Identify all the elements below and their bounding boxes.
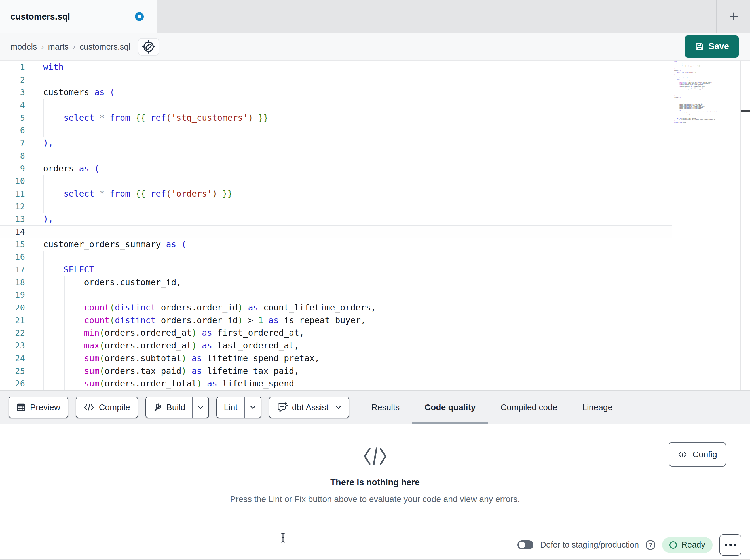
lint-button[interactable]: Lint bbox=[217, 397, 244, 417]
build-dropdown-button[interactable] bbox=[192, 397, 209, 417]
code-line[interactable]: 10 bbox=[0, 175, 672, 188]
compile-button[interactable]: Compile bbox=[76, 397, 138, 418]
breadcrumb-bar: models › marts › customers.sql bbox=[0, 33, 750, 61]
lint-split-button: Lint bbox=[216, 397, 261, 418]
code-line[interactable]: 15customer_orders_summary as ( bbox=[0, 238, 672, 251]
line-number[interactable]: 17 bbox=[0, 264, 25, 276]
code-line[interactable]: 17 SELECT bbox=[0, 264, 672, 276]
line-number[interactable]: 9 bbox=[0, 162, 25, 175]
dbt-assist-button[interactable]: dbt Assist bbox=[269, 397, 349, 418]
code-line[interactable]: 25 sum(orders.tax_paid) as lifetime_tax_… bbox=[0, 365, 672, 378]
indent-guide bbox=[43, 377, 44, 390]
tab-compiled-code[interactable]: Compiled code bbox=[500, 390, 557, 424]
save-floppy-icon bbox=[694, 42, 704, 51]
line-number[interactable]: 10 bbox=[0, 175, 25, 188]
line-number[interactable]: 5 bbox=[0, 111, 25, 124]
code-line[interactable]: 16 bbox=[0, 251, 672, 264]
line-number[interactable]: 6 bbox=[0, 124, 25, 137]
line-number[interactable]: 13 bbox=[0, 213, 25, 226]
tab-code-quality[interactable]: Code quality bbox=[425, 390, 475, 424]
code-line[interactable]: 26 sum(orders.order_total) as lifetime_s… bbox=[0, 377, 672, 390]
line-number[interactable]: 11 bbox=[0, 188, 25, 200]
breadcrumb-marts[interactable]: marts bbox=[48, 42, 69, 51]
line-number[interactable]: 16 bbox=[0, 251, 25, 264]
code-line[interactable]: 18 orders.customer_id, bbox=[0, 276, 672, 289]
line-number[interactable]: 23 bbox=[0, 339, 25, 352]
empty-state-code-icon bbox=[0, 446, 750, 466]
code-line[interactable]: 22 min(orders.ordered_at) as first_order… bbox=[0, 327, 672, 339]
line-number[interactable]: 14 bbox=[0, 226, 25, 238]
line-number[interactable]: 20 bbox=[0, 302, 25, 314]
code-line[interactable]: 12 bbox=[0, 200, 672, 213]
action-toolbar: Preview Compile bbox=[0, 390, 750, 424]
indent-guide bbox=[64, 339, 65, 352]
indent-guide bbox=[43, 314, 44, 327]
code-line[interactable]: 1with bbox=[0, 61, 672, 74]
tab-results[interactable]: Results bbox=[371, 390, 399, 424]
indent-guide bbox=[64, 314, 65, 327]
line-number[interactable]: 18 bbox=[0, 276, 25, 289]
code-line[interactable]: 9orders as ( bbox=[0, 162, 672, 175]
indent-guide bbox=[43, 264, 44, 276]
status-badge[interactable]: Ready bbox=[662, 537, 713, 553]
lint-dropdown-button[interactable] bbox=[244, 397, 261, 417]
defer-toggle[interactable] bbox=[517, 540, 533, 549]
more-options-button[interactable] bbox=[719, 534, 742, 556]
code-line[interactable]: 11 select * from {{ ref('orders') }} bbox=[0, 188, 672, 200]
line-number[interactable]: 7 bbox=[0, 137, 25, 149]
indent-guide bbox=[43, 251, 44, 264]
line-number[interactable]: 8 bbox=[0, 149, 25, 162]
help-icon[interactable]: ? bbox=[646, 540, 655, 550]
line-number[interactable]: 4 bbox=[0, 99, 25, 111]
code-line[interactable]: 19 bbox=[0, 289, 672, 302]
code-editor[interactable]: 1with23customers as (45 select * from {{… bbox=[0, 61, 750, 390]
build-button[interactable]: Build bbox=[146, 397, 192, 417]
code-line[interactable]: 4 bbox=[0, 99, 672, 111]
new-tab-button[interactable]: + bbox=[724, 6, 744, 26]
indent-guide bbox=[64, 365, 65, 378]
mouse-ibeam-cursor bbox=[279, 532, 287, 543]
results-panel: Config There is nothing here Press the L… bbox=[0, 424, 750, 531]
code-line[interactable]: 23 max(orders.ordered_at) as last_ordere… bbox=[0, 339, 672, 352]
lineage-compass-button[interactable] bbox=[138, 38, 159, 56]
indent-guide bbox=[43, 339, 44, 352]
line-number[interactable]: 25 bbox=[0, 365, 25, 378]
line-number[interactable]: 15 bbox=[0, 238, 25, 251]
line-number[interactable]: 1 bbox=[0, 61, 25, 74]
minimap[interactable]: withcustomers as ( select * from {{ ref(… bbox=[674, 61, 740, 209]
line-number[interactable]: 21 bbox=[0, 314, 25, 327]
indent-guide bbox=[43, 327, 44, 339]
line-number[interactable]: 24 bbox=[0, 352, 25, 365]
breadcrumb-customers-sql[interactable]: customers.sql bbox=[80, 42, 131, 51]
save-button[interactable]: Save bbox=[685, 36, 739, 58]
editor-scrollbar[interactable] bbox=[741, 61, 750, 390]
code-line[interactable]: 3customers as ( bbox=[0, 86, 672, 99]
indent-guide bbox=[43, 200, 44, 213]
code-line[interactable]: 2 bbox=[0, 74, 672, 86]
indent-guide bbox=[64, 352, 65, 365]
scrollbar-cursor-marker bbox=[741, 110, 750, 112]
code-line[interactable]: 20 count(distinct orders.order_id) as co… bbox=[0, 302, 672, 314]
code-line[interactable]: 8 bbox=[0, 149, 672, 162]
tab-lineage[interactable]: Lineage bbox=[582, 390, 612, 424]
ellipsis-icon bbox=[725, 544, 727, 546]
ready-ring-icon bbox=[669, 541, 677, 549]
line-number[interactable]: 26 bbox=[0, 377, 25, 390]
code-line[interactable]: 7), bbox=[0, 137, 672, 149]
preview-button[interactable]: Preview bbox=[8, 397, 68, 418]
code-line[interactable]: 13), bbox=[0, 213, 672, 226]
code-line[interactable]: 5 select * from {{ ref('stg_customers') … bbox=[0, 111, 672, 124]
code-line-active[interactable]: 14 bbox=[0, 226, 672, 238]
line-number[interactable]: 22 bbox=[0, 327, 25, 339]
code-line[interactable]: 21 count(distinct orders.order_id) > 1 a… bbox=[0, 314, 672, 327]
indent-guide bbox=[43, 124, 44, 137]
code-line[interactable]: 24 sum(orders.subtotal) as lifetime_spen… bbox=[0, 352, 672, 365]
tab-customers-sql[interactable]: customers.sql bbox=[0, 0, 157, 33]
code-lines: 1with23customers as (45 select * from {{… bbox=[0, 61, 750, 390]
code-line[interactable]: 6 bbox=[0, 124, 672, 137]
line-number[interactable]: 3 bbox=[0, 86, 25, 99]
breadcrumb-models[interactable]: models bbox=[11, 42, 37, 51]
line-number[interactable]: 2 bbox=[0, 74, 25, 86]
line-number[interactable]: 19 bbox=[0, 289, 25, 302]
line-number[interactable]: 12 bbox=[0, 200, 25, 213]
